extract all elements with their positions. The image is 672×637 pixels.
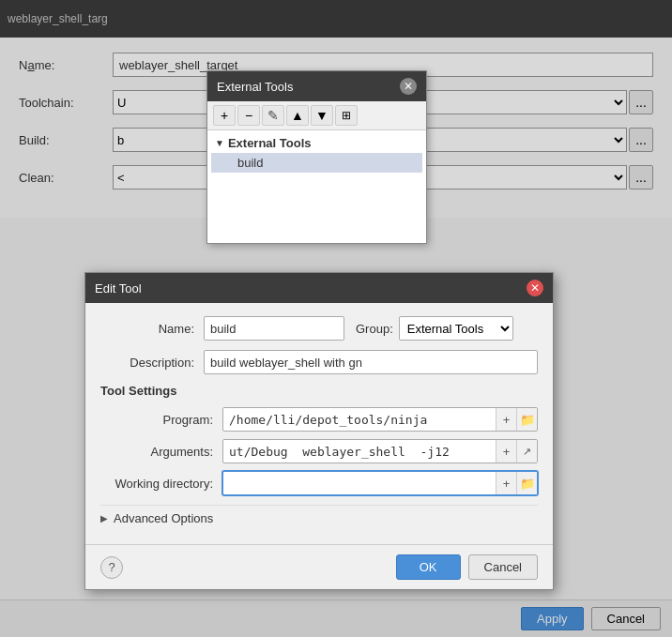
edit-tool-btn[interactable]: ✎	[262, 105, 284, 126]
arguments-row: Arguments: + ↗	[100, 439, 538, 463]
edit-title-bar: Edit Tool ✕	[85, 273, 553, 303]
tree-item-build[interactable]: build	[211, 153, 422, 173]
group-label: Group:	[356, 322, 393, 336]
tool-settings-header: Tool Settings	[100, 384, 538, 398]
program-input[interactable]	[223, 408, 496, 431]
ok-button[interactable]: OK	[396, 554, 461, 580]
help-button[interactable]: ?	[100, 556, 123, 579]
dialog-action-btns: OK Cancel	[396, 554, 538, 580]
ext-tools-close-btn[interactable]: ✕	[400, 78, 417, 95]
tree-group-label: External Tools	[228, 136, 312, 150]
group-select[interactable]: External Tools	[400, 317, 512, 340]
edit-tool-body: Name: Group: External Tools Description:…	[85, 303, 553, 544]
group-row: Group: External Tools	[356, 316, 513, 341]
description-label: Description:	[100, 356, 204, 370]
program-add-btn[interactable]: +	[496, 408, 516, 431]
program-browse-btn[interactable]: 📁	[516, 408, 537, 431]
working-dir-row: Working directory: + 📁	[100, 471, 538, 495]
description-input[interactable]	[204, 350, 538, 374]
ext-tools-title: External Tools	[217, 80, 293, 94]
edit-name-label: Name:	[100, 322, 204, 336]
name-group-row: Name: Group: External Tools	[100, 316, 538, 341]
program-label: Program:	[100, 413, 222, 427]
description-row: Description:	[100, 350, 538, 374]
advanced-label: Advanced Options	[114, 511, 213, 525]
edit-bottom-bar: ? OK Cancel	[85, 544, 553, 589]
arguments-input-wrap: + ↗	[222, 439, 538, 463]
tree-group[interactable]: ▼ External Tools	[211, 134, 422, 152]
add-tool-btn[interactable]: +	[213, 105, 236, 126]
arguments-label: Arguments:	[100, 445, 222, 459]
ext-tools-tree: ▼ External Tools build	[207, 130, 426, 243]
program-input-wrap: + 📁	[222, 407, 538, 432]
move-up-btn[interactable]: ▲	[286, 105, 309, 126]
copy-tool-btn[interactable]: ⊞	[335, 105, 358, 126]
remove-tool-btn[interactable]: −	[237, 105, 260, 126]
tree-expand-icon: ▼	[215, 138, 224, 148]
external-tools-dialog: External Tools ✕ + − ✎ ▲ ▼ ⊞ ▼ External …	[206, 70, 427, 244]
advanced-expand-icon: ▶	[100, 513, 108, 523]
working-dir-add-btn[interactable]: +	[496, 472, 516, 494]
working-dir-input-wrap: + 📁	[222, 471, 538, 495]
working-dir-input[interactable]	[223, 472, 496, 494]
arguments-vars-btn[interactable]: ↗	[516, 440, 537, 463]
working-dir-browse-btn[interactable]: 📁	[516, 472, 537, 494]
program-row: Program: + 📁	[100, 407, 538, 432]
edit-tool-dialog: Edit Tool ✕ Name: Group: External Tools …	[84, 272, 554, 590]
arguments-add-btn[interactable]: +	[496, 440, 516, 463]
edit-name-input[interactable]	[204, 316, 344, 341]
group-select-wrap: External Tools	[399, 316, 513, 341]
arguments-input[interactable]	[223, 440, 496, 463]
advanced-options-row[interactable]: ▶ Advanced Options	[100, 505, 538, 531]
tree-item-label: build	[237, 156, 263, 170]
edit-close-btn[interactable]: ✕	[527, 280, 543, 296]
move-down-btn[interactable]: ▼	[311, 105, 333, 126]
cancel-button[interactable]: Cancel	[468, 554, 538, 580]
edit-tool-title: Edit Tool	[95, 281, 142, 296]
ext-tools-toolbar: + − ✎ ▲ ▼ ⊞	[207, 101, 426, 130]
ext-tools-title-bar: External Tools ✕	[207, 71, 426, 101]
working-dir-label: Working directory:	[100, 477, 222, 491]
tool-settings-section: Tool Settings Program: + 📁 Arguments: + …	[100, 384, 538, 495]
